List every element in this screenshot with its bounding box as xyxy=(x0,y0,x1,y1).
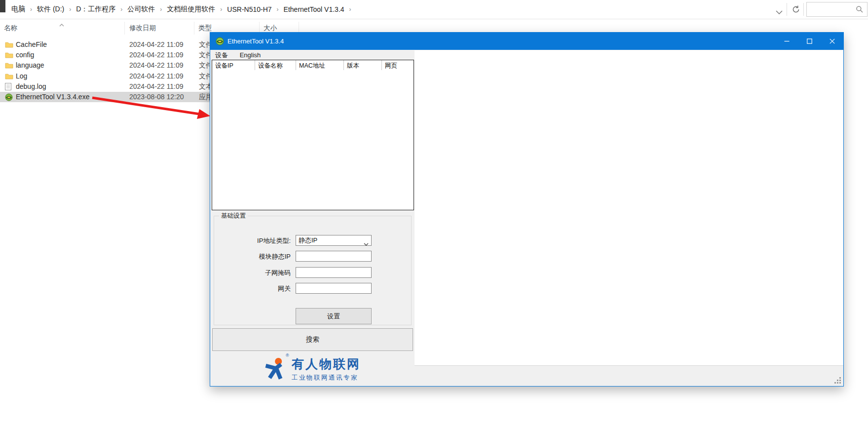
folder-icon xyxy=(5,73,13,81)
device-column-name[interactable]: 设备名称 xyxy=(255,60,296,70)
menu-bar: 设备 English xyxy=(210,50,415,60)
device-column-ip[interactable]: 设备IP xyxy=(212,60,255,70)
divider xyxy=(787,3,787,16)
ip-type-select[interactable]: 静态IP xyxy=(296,235,372,246)
device-list-header: 设备IP 设备名称 MAC地址 版本 网页 xyxy=(212,60,414,71)
ethernettool-window: EthernetTool V1.3.4 设备 English 设备IP 设备名称… xyxy=(210,32,844,387)
breadcrumb-item[interactable]: USR-N510-H7 xyxy=(223,5,276,13)
search-devices-button[interactable]: 搜索 xyxy=(212,328,413,351)
subnet-mask-field[interactable] xyxy=(296,268,371,277)
device-column-version[interactable]: 版本 xyxy=(344,60,382,70)
gateway-field-wrap xyxy=(296,283,372,294)
gateway-field[interactable] xyxy=(296,283,371,293)
breadcrumb-item[interactable]: 公司软件 xyxy=(123,5,159,14)
file-name: language xyxy=(16,60,44,71)
breadcrumb-separator: › xyxy=(349,6,352,13)
app-icon xyxy=(5,93,13,103)
search-icon xyxy=(856,5,864,13)
maximize-button[interactable] xyxy=(798,33,821,50)
subnet-mask-field-wrap xyxy=(296,267,372,278)
brand-tagline: 工业物联网通讯专家 xyxy=(292,374,361,382)
file-date: 2024-04-22 11:09 xyxy=(129,50,184,60)
divider xyxy=(803,3,804,16)
window-title: EthernetTool V1.3.4 xyxy=(227,33,284,50)
close-button[interactable] xyxy=(821,33,843,50)
refresh-icon[interactable] xyxy=(790,3,802,15)
column-header-size[interactable]: 大小 xyxy=(264,24,277,33)
log-panel xyxy=(415,50,843,366)
brand-name: 有人物联网 xyxy=(292,356,361,372)
explorer-search-box[interactable] xyxy=(806,2,868,17)
folder-icon xyxy=(5,62,13,70)
column-header-date[interactable]: 修改日期 xyxy=(129,24,156,33)
column-header-type[interactable]: 类型 xyxy=(198,24,212,33)
registered-mark: ® xyxy=(286,353,289,358)
file-name: CacheFile xyxy=(16,39,47,50)
breadcrumb-item[interactable]: EthernetTool V1.3.4 xyxy=(279,5,349,13)
file-date: 2024-04-22 11:09 xyxy=(129,60,184,71)
folder-icon xyxy=(5,41,13,49)
breadcrumb: 电脑 › 软件 (D:) › D：工作程序 › 公司软件 › 文档组使用软件 ›… xyxy=(7,0,352,19)
file-date: 2024-04-22 11:09 xyxy=(129,39,184,50)
minimize-button[interactable] xyxy=(775,33,798,50)
ip-type-value: 静态IP xyxy=(299,235,317,245)
breadcrumb-item[interactable]: 软件 (D:) xyxy=(33,5,69,14)
file-date: 2024-04-22 11:09 xyxy=(129,71,184,81)
subnet-mask-label: 子网掩码 xyxy=(215,267,291,278)
chevron-down-icon xyxy=(364,239,369,248)
column-divider xyxy=(124,22,125,35)
breadcrumb-item[interactable]: 电脑 xyxy=(7,5,30,14)
menu-device[interactable]: 设备 xyxy=(210,50,233,60)
ethernettool-app-icon xyxy=(216,37,224,47)
static-ip-field[interactable] xyxy=(296,251,371,261)
runner-logo-icon xyxy=(264,356,287,381)
file-date: 2024-04-22 11:09 xyxy=(129,81,184,92)
set-button[interactable]: 设置 xyxy=(296,308,372,324)
breadcrumb-item[interactable]: 文档组使用软件 xyxy=(162,5,220,14)
gateway-label: 网关 xyxy=(215,283,291,294)
brand-logo: ® 有人物联网 工业物联网通讯专家 xyxy=(210,351,415,386)
file-name: config xyxy=(16,50,34,60)
file-name: debug.log xyxy=(16,81,46,92)
file-name: EthernetTool V1.3.4.exe xyxy=(16,92,89,102)
window-titlebar[interactable]: EthernetTool V1.3.4 xyxy=(210,33,843,50)
column-divider xyxy=(194,22,194,35)
resize-grip[interactable] xyxy=(834,377,841,384)
device-list-body xyxy=(212,70,414,210)
static-ip-field-wrap xyxy=(296,251,372,262)
ip-type-label: IP地址类型: xyxy=(215,235,291,246)
static-ip-label: 模块静态IP xyxy=(215,251,291,262)
device-list: 设备IP 设备名称 MAC地址 版本 网页 xyxy=(212,60,414,210)
folder-icon xyxy=(5,51,13,60)
file-name: Log xyxy=(16,71,27,81)
file-date: 2023-08-08 12:20 xyxy=(129,92,184,102)
group-label: 基础设置 xyxy=(219,212,248,220)
text-file-icon xyxy=(5,83,11,92)
breadcrumb-item[interactable]: D：工作程序 xyxy=(72,5,120,14)
device-column-mac[interactable]: MAC地址 xyxy=(296,60,344,70)
menu-english[interactable]: English xyxy=(235,50,266,60)
window-corner-fragment xyxy=(0,0,5,12)
device-column-web[interactable]: 网页 xyxy=(382,60,414,70)
address-dropdown-chevron-icon[interactable] xyxy=(776,7,783,16)
search-input[interactable] xyxy=(808,3,855,15)
sort-ascending-icon xyxy=(59,21,64,28)
column-header-name[interactable]: 名称 xyxy=(4,24,17,33)
explorer-address-bar: 电脑 › 软件 (D:) › D：工作程序 › 公司软件 › 文档组使用软件 ›… xyxy=(0,0,868,19)
